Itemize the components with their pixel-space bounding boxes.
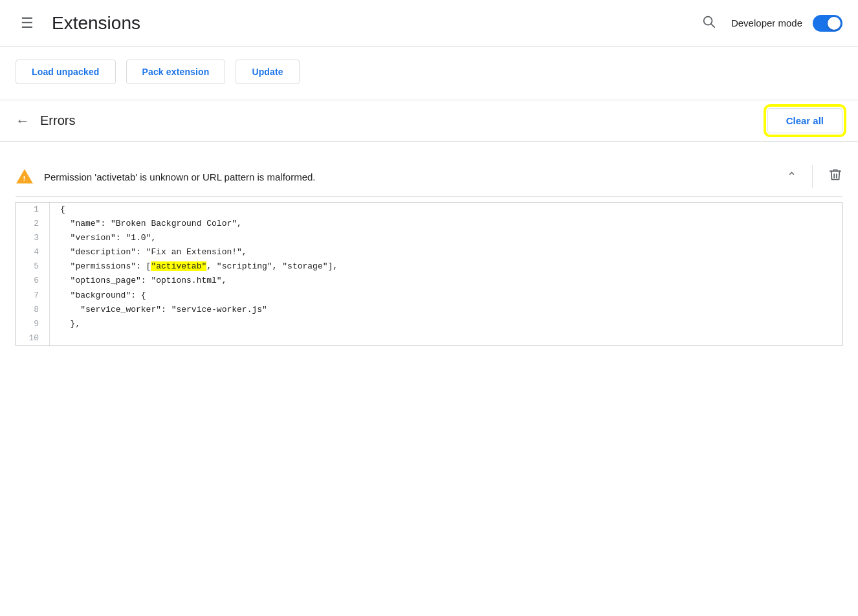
- line-number: 10: [16, 331, 50, 346]
- toggle-knob: [828, 17, 841, 30]
- highlight-activetab: "activetab": [151, 261, 206, 271]
- update-button[interactable]: Update: [236, 60, 299, 84]
- back-icon[interactable]: ←: [16, 113, 30, 129]
- errors-title: Errors: [40, 113, 75, 128]
- pack-extension-button[interactable]: Pack extension: [126, 60, 226, 84]
- clear-all-button[interactable]: Clear all: [767, 108, 842, 133]
- svg-text:!: !: [23, 174, 25, 182]
- error-message: Permission 'activetab' is unknown or URL…: [44, 171, 316, 182]
- line-number: 5: [16, 259, 50, 274]
- header-right: Developer mode: [696, 9, 842, 38]
- code-line: 8 "service_worker": "service-worker.js": [16, 303, 842, 317]
- code-line: 7 "background": {: [16, 289, 842, 303]
- line-number: 4: [16, 245, 50, 259]
- load-unpacked-button[interactable]: Load unpacked: [16, 60, 116, 84]
- error-item-right: ⌃: [787, 165, 842, 188]
- line-content: "permissions": ["activetab", "scripting"…: [50, 259, 348, 274]
- code-line: 4 "description": "Fix an Extension!",: [16, 245, 842, 259]
- line-number: 2: [16, 217, 50, 231]
- line-content: [50, 331, 76, 346]
- code-line: 2 "name": "Broken Background Color",: [16, 217, 842, 231]
- developer-mode-label: Developer mode: [731, 17, 802, 28]
- code-line: 9 },: [16, 317, 842, 331]
- line-content: {: [50, 203, 76, 217]
- svg-line-1: [711, 24, 714, 27]
- search-icon[interactable]: [696, 9, 721, 38]
- line-content: },: [50, 317, 91, 331]
- line-content: "service_worker": "service-worker.js": [50, 303, 278, 317]
- code-line: 1 {: [16, 203, 842, 217]
- page-title: Extensions: [52, 13, 140, 34]
- line-number: 8: [16, 303, 50, 317]
- line-content: "background": {: [50, 289, 157, 303]
- line-number: 1: [16, 203, 50, 217]
- line-number: 3: [16, 231, 50, 245]
- code-line: 10: [16, 331, 842, 346]
- hamburger-icon[interactable]: ☰: [16, 10, 39, 37]
- code-block: 1 { 2 "name": "Broken Background Color",…: [16, 202, 842, 346]
- error-item-left: ! Permission 'activetab' is unknown or U…: [16, 168, 316, 186]
- line-content: "name": "Broken Background Color",: [50, 217, 252, 231]
- divider: [812, 165, 813, 188]
- line-content: "description": "Fix an Extension!",: [50, 245, 258, 259]
- code-line-highlighted: 5 "permissions": ["activetab", "scriptin…: [16, 259, 842, 274]
- code-line: 3 "version": "1.0",: [16, 231, 842, 245]
- errors-bar: ← Errors Clear all: [0, 100, 858, 142]
- header-left: ☰ Extensions: [16, 10, 140, 37]
- collapse-icon[interactable]: ⌃: [787, 170, 797, 184]
- line-number: 6: [16, 274, 50, 288]
- delete-icon[interactable]: [828, 168, 842, 186]
- line-content: "version": "1.0",: [50, 231, 166, 245]
- line-number: 7: [16, 289, 50, 303]
- code-line: 6 "options_page": "options.html",: [16, 274, 842, 288]
- line-content: "options_page": "options.html",: [50, 274, 237, 288]
- developer-mode-toggle[interactable]: [813, 15, 842, 32]
- error-section: ! Permission 'activetab' is unknown or U…: [16, 157, 842, 346]
- line-number: 9: [16, 317, 50, 331]
- toolbar: Load unpacked Pack extension Update: [0, 47, 858, 97]
- header: ☰ Extensions Developer mode: [0, 0, 858, 47]
- errors-left: ← Errors: [16, 113, 75, 129]
- warning-icon: !: [16, 168, 34, 186]
- error-item-header: ! Permission 'activetab' is unknown or U…: [16, 157, 842, 197]
